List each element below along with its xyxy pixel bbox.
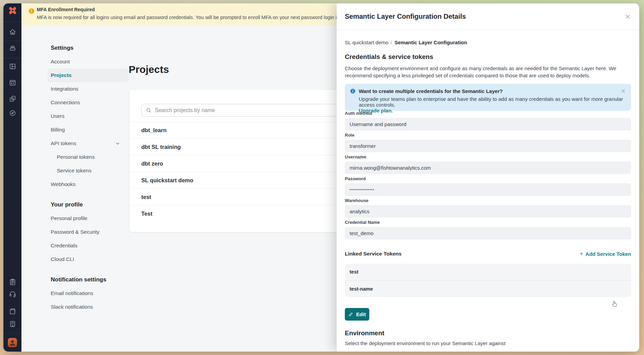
warning-icon: [28, 8, 35, 16]
docs-icon[interactable]: [8, 307, 17, 316]
sidebar-item-api-tokens[interactable]: API tokens: [47, 137, 128, 150]
divider: [3, 58, 21, 58]
field-warehouse: Warehouse analytics: [345, 198, 631, 218]
dbt-logo-icon[interactable]: [7, 5, 18, 16]
username-value: mirna.wong@fishtownanalytics.com: [345, 161, 631, 174]
close-icon[interactable]: [624, 13, 631, 20]
info-banner-title: Want to create multiple credentials for …: [350, 88, 626, 94]
sidebar-item-billing[interactable]: Billing: [47, 123, 128, 137]
sidebar-item-personal-profile[interactable]: Personal profile: [47, 212, 128, 225]
app-window: MFA Enrollment Required MFA is now requi…: [3, 3, 639, 352]
divider: [3, 22, 21, 22]
credentials-section-title: Credentials & service tokens: [345, 53, 631, 61]
sidebar-item-connections[interactable]: Connections: [47, 96, 128, 109]
auth-method-value: Username and password: [345, 118, 631, 130]
field-role: Role transformer: [345, 133, 631, 152]
role-value: transformer: [345, 140, 631, 152]
environment-section-title: Environment: [345, 329, 631, 337]
app-sidebar: [3, 3, 21, 352]
info-icon: [350, 88, 356, 95]
home-icon[interactable]: [8, 27, 17, 37]
field-username: Username mirna.wong@fishtownanalytics.co…: [345, 154, 631, 174]
semantic-layer-panel: Semantic Layer Configuration Details SL …: [337, 3, 639, 352]
sidebar-item-cloud-cli[interactable]: Cloud CLI: [47, 252, 128, 266]
panel-body: SL quickstart demo/Semantic Layer Config…: [337, 40, 639, 346]
page-title: Projects: [129, 64, 169, 75]
upgrade-info-banner: Want to create multiple credentials for …: [345, 84, 631, 111]
breadcrumb: SL quickstart demo/Semantic Layer Config…: [345, 40, 631, 45]
upgrade-plan-link[interactable]: Upgrade plan.: [359, 108, 393, 113]
organization-icon[interactable]: [8, 319, 17, 329]
field-auth-method: Auth method Username and password: [345, 111, 631, 130]
cursor-hand-icon: [611, 300, 618, 310]
sidebar-item-personal-tokens[interactable]: Personal tokens: [47, 150, 128, 164]
panel-title: Semantic Layer Configuration Details: [345, 13, 624, 20]
info-close-icon[interactable]: [621, 88, 626, 94]
breadcrumb-current: Semantic Layer Configuration: [395, 40, 467, 45]
chevron-down-icon: [115, 141, 125, 146]
sidebar-item-integrations[interactable]: Integrations: [47, 82, 128, 96]
pencil-icon: [348, 312, 353, 317]
add-service-token-button[interactable]: + Add Service Token: [580, 250, 631, 257]
sidebar-item-projects[interactable]: Projects: [47, 68, 128, 82]
credentials-description: Choose the deployment environment and co…: [345, 65, 631, 79]
field-password: Password •••••••••••••••: [345, 176, 631, 196]
develop-icon[interactable]: [8, 78, 17, 88]
edit-button[interactable]: Edit: [345, 308, 369, 321]
linked-tokens-header: Linked Service Tokens + Add Service Toke…: [345, 250, 631, 257]
warehouse-value: analytics: [345, 205, 631, 218]
sidebar-item-credentials[interactable]: Credentials: [47, 239, 128, 252]
panel-header: Semantic Layer Configuration Details: [337, 3, 639, 30]
field-credential-name: Credential Name test_demo: [345, 220, 631, 240]
sidebar-item-account[interactable]: Account: [47, 55, 128, 68]
sidebar-item-webhooks[interactable]: Webhooks: [47, 178, 128, 191]
linked-tokens-list: test test-name: [345, 264, 631, 297]
info-banner-body: Upgrade your teams plan to enterprise an…: [359, 96, 623, 108]
password-value: •••••••••••••••: [345, 183, 631, 196]
orchestration-icon[interactable]: [8, 94, 17, 104]
sidebar-item-users[interactable]: Users: [47, 109, 128, 123]
settings-nav: Settings Account Projects Integrations C…: [51, 41, 125, 314]
explore-icon[interactable]: [8, 108, 17, 118]
tasks-icon[interactable]: [8, 277, 17, 287]
plus-icon: +: [580, 250, 583, 257]
deploy-icon[interactable]: [8, 43, 17, 53]
breadcrumb-project[interactable]: SL quickstart demo: [345, 40, 388, 45]
token-row: test-name: [345, 280, 631, 297]
divider: [3, 41, 21, 41]
environment-description: Select the deployment environment to run…: [345, 340, 631, 346]
divider: [3, 333, 21, 334]
search-icon: [146, 107, 152, 113]
linked-tokens-title: Linked Service Tokens: [345, 251, 402, 257]
sidebar-item-email-notifications[interactable]: Email notifications: [47, 287, 128, 300]
sidebar-item-service-tokens[interactable]: Service tokens: [47, 164, 128, 178]
support-icon[interactable]: [8, 289, 17, 299]
nav-heading-notification-settings: Notification settings: [51, 273, 125, 287]
user-avatar[interactable]: [8, 338, 17, 347]
nav-heading-your-profile: Your profile: [51, 198, 125, 212]
sidebar-item-password-security[interactable]: Password & Security: [47, 225, 128, 239]
credential-name-value: test_demo: [345, 227, 631, 240]
sidebar-item-slack-notifications[interactable]: Slack notifications: [47, 300, 128, 314]
token-row: test: [345, 264, 631, 280]
nav-heading-settings: Settings: [51, 41, 125, 55]
dashboards-icon[interactable]: [8, 62, 17, 71]
